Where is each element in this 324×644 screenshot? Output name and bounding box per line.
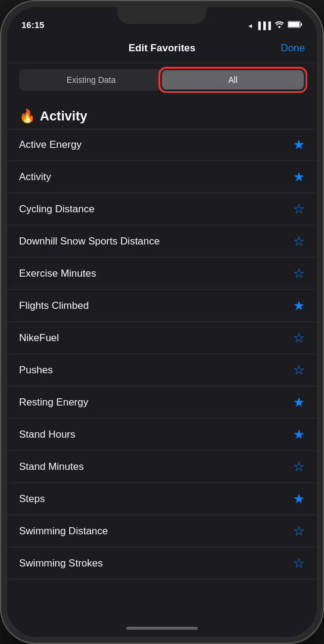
star-icon-steps[interactable]	[293, 491, 305, 507]
item-label-active-energy: Active Energy	[19, 139, 82, 151]
star-icon-pushes[interactable]	[293, 363, 305, 378]
item-label-stand-hours: Stand Hours	[19, 429, 76, 441]
home-indicator	[7, 619, 317, 637]
nav-bar: Edit Favorites Done	[7, 33, 317, 63]
star-icon-flights-climbed[interactable]	[293, 298, 305, 314]
item-label-pushes: Pushes	[19, 364, 53, 376]
item-label-swimming-distance: Swimming Distance	[19, 525, 108, 537]
item-label-downhill-snow-sports-distance: Downhill Snow Sports Distance	[19, 236, 160, 247]
wifi-icon	[275, 21, 284, 30]
star-icon-exercise-minutes[interactable]	[293, 266, 305, 281]
star-icon-downhill-snow-sports-distance[interactable]	[293, 234, 305, 249]
list-item-active-energy[interactable]: Active Energy	[7, 129, 317, 161]
activity-section-header: 🔥 Activity	[7, 99, 317, 129]
segment-existing-data[interactable]: Existing Data	[20, 70, 162, 89]
done-button[interactable]: Done	[281, 42, 305, 54]
battery-icon	[288, 21, 303, 30]
list-item-activity[interactable]: Activity	[7, 161, 317, 193]
content-area[interactable]: 🔥 Activity Active EnergyActivityCycling …	[7, 99, 317, 619]
item-label-swimming-strokes: Swimming Strokes	[19, 558, 103, 569]
phone-frame: 16:15 ◂ ▐▐▐	[0, 0, 324, 644]
item-label-resting-energy: Resting Energy	[19, 397, 88, 408]
list-item-exercise-minutes[interactable]: Exercise Minutes	[7, 258, 317, 290]
star-icon-swimming-distance[interactable]	[293, 524, 305, 539]
list-item-nikefuel[interactable]: NikeFuel	[7, 322, 317, 354]
item-label-steps: Steps	[19, 493, 45, 505]
list-item-cycling-distance[interactable]: Cycling Distance	[7, 193, 317, 225]
star-icon-nikefuel[interactable]	[293, 330, 305, 346]
star-icon-active-energy[interactable]	[293, 137, 305, 153]
notch	[117, 7, 207, 24]
item-label-nikefuel: NikeFuel	[19, 332, 59, 344]
svg-rect-1	[301, 23, 302, 26]
item-label-cycling-distance: Cycling Distance	[19, 203, 95, 215]
list-item-flights-climbed[interactable]: Flights Climbed	[7, 290, 317, 322]
segment-control: Existing Data All	[19, 69, 305, 91]
segment-container: Existing Data All	[7, 63, 317, 99]
list-item-steps[interactable]: Steps	[7, 483, 317, 515]
status-time: 16:15	[21, 20, 44, 30]
status-icons: ◂ ▐▐▐	[248, 21, 303, 30]
list-item-swimming-strokes[interactable]: Swimming Strokes	[7, 547, 317, 580]
list-item-downhill-snow-sports-distance[interactable]: Downhill Snow Sports Distance	[7, 225, 317, 258]
star-icon-swimming-strokes[interactable]	[293, 556, 305, 571]
nav-title: Edit Favorites	[129, 42, 195, 54]
flame-icon: 🔥	[19, 109, 35, 124]
list-item-resting-energy[interactable]: Resting Energy	[7, 386, 317, 419]
star-icon-stand-minutes[interactable]	[293, 459, 305, 475]
items-list: Active EnergyActivityCycling DistanceDow…	[7, 129, 317, 580]
location-icon: ◂	[248, 21, 252, 30]
item-label-stand-minutes: Stand Minutes	[19, 461, 84, 473]
item-label-exercise-minutes: Exercise Minutes	[19, 268, 96, 280]
signal-icon: ▐▐▐	[256, 21, 271, 30]
item-label-flights-climbed: Flights Climbed	[19, 300, 89, 312]
list-item-pushes[interactable]: Pushes	[7, 354, 317, 386]
phone-screen: 16:15 ◂ ▐▐▐	[7, 7, 317, 637]
star-icon-resting-energy[interactable]	[293, 395, 305, 410]
list-item-stand-hours[interactable]: Stand Hours	[7, 419, 317, 451]
svg-rect-2	[288, 22, 300, 27]
list-item-stand-minutes[interactable]: Stand Minutes	[7, 451, 317, 483]
star-icon-activity[interactable]	[293, 169, 305, 185]
segment-all[interactable]: All	[162, 70, 304, 89]
home-bar	[126, 627, 198, 630]
item-label-activity: Activity	[19, 171, 51, 183]
list-item-swimming-distance[interactable]: Swimming Distance	[7, 515, 317, 547]
activity-section-title: Activity	[40, 109, 87, 124]
star-icon-cycling-distance[interactable]	[293, 202, 305, 217]
star-icon-stand-hours[interactable]	[293, 427, 305, 442]
